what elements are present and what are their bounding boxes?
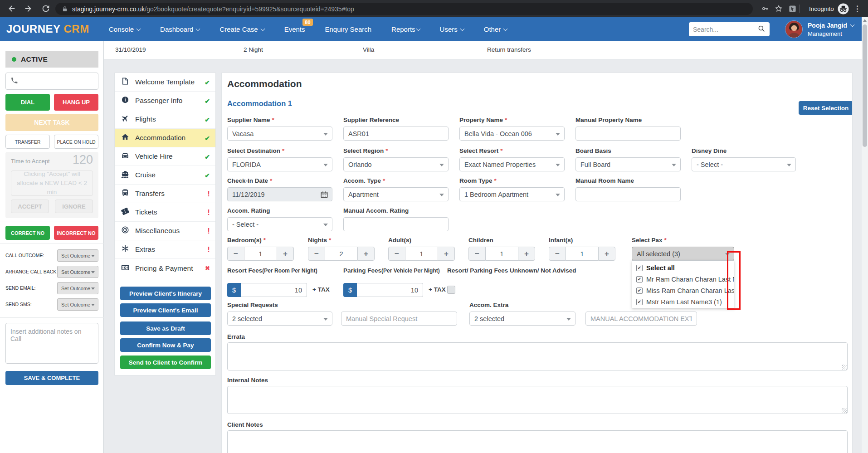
minus-icon[interactable] [308,247,325,261]
menu-console[interactable]: Console [109,25,140,33]
pax-option[interactable]: Mr Ram Charan Charan Last Name [632,273,734,285]
menu-dashboard[interactable]: Dashboard [160,25,200,33]
forward-icon[interactable] [24,4,34,14]
select-pax-select[interactable]: All selected (3) [632,247,734,261]
pax-option[interactable]: Miss Ram Charan Charan Last Nam [632,285,734,296]
user-menu[interactable]: Pooja Jangid [808,22,854,29]
plus-icon[interactable] [438,247,455,261]
pax-option-select-all[interactable]: Select all [632,262,734,273]
call-outcome-select[interactable]: Set Outcome [57,249,98,262]
menu-users[interactable]: Users [440,25,464,33]
url-bar[interactable]: staging.journey-crm.co.uk/go2bookquote/c… [55,3,753,15]
manual-accom-extra-input[interactable] [590,315,692,322]
phone-number-field[interactable] [5,73,98,90]
fees-unknown-checkbox[interactable] [447,286,455,294]
scrollbar-thumb[interactable] [863,24,867,147]
avatar[interactable] [785,20,803,38]
nav-item-extras[interactable]: Extras [115,240,215,259]
resize-grip-icon[interactable] [842,365,847,370]
minus-icon[interactable] [227,247,244,261]
page-scrollbar[interactable] [862,17,868,453]
select-resort-select[interactable]: Exact Named Properties [459,157,565,171]
manual-room-name-input[interactable] [580,191,676,198]
menu-enquiry-search[interactable]: Enquiry Search [325,25,372,33]
minus-icon[interactable] [388,247,405,261]
accom-type-select[interactable]: Apartment [343,187,449,201]
manual-accom-rating-input[interactable] [348,221,444,228]
scroll-up-icon[interactable] [863,19,867,22]
call-notes-textarea[interactable] [5,323,98,364]
check-in-date-input[interactable]: 11/12/2019 [227,187,332,201]
back-icon[interactable] [6,4,16,14]
place-on-hold-button[interactable]: PLACE ON HOLD [54,135,98,149]
supplier-name-select[interactable]: Vacasa [227,127,332,141]
calendar-icon[interactable] [320,190,328,200]
send-sms-select[interactable]: Set Outcome [57,298,98,311]
resize-grip-icon[interactable] [842,408,847,413]
send-to-client-button[interactable]: Send to Client to Confirm [120,356,211,369]
manual-property-name-input[interactable] [580,130,676,137]
save-as-draft-button[interactable]: Save as Draft [120,321,211,335]
plus-icon[interactable] [277,247,294,261]
reset-selection-button[interactable]: Reset Selection [799,101,853,115]
extension-icon[interactable] [788,5,797,13]
browser-menu-icon[interactable]: ⋮ [853,4,861,14]
bookmark-star-icon[interactable] [775,5,783,13]
save-complete-button[interactable]: SAVE & COMPLETE [5,371,98,385]
room-type-select[interactable]: 1 Bedroom Apartment [459,187,565,201]
pax-option[interactable]: Mstr Ram Last Name3 (1) [632,296,734,307]
nav-item-passenger-info[interactable]: Passenger Info [115,92,215,110]
accom-extra-select[interactable]: 2 selected [469,312,575,326]
minus-icon[interactable] [468,247,486,261]
brand-logo[interactable]: JOURNEYCRM [6,23,89,35]
checkbox-checked-icon[interactable] [636,276,643,283]
plus-icon[interactable] [598,247,615,261]
select-region-select[interactable]: Orlando [343,157,449,171]
accept-button[interactable]: ACCEPT [11,200,49,213]
manual-special-request-input[interactable] [346,315,452,322]
board-basis-select[interactable]: Full Board [575,157,681,171]
correct-no-button[interactable]: CORRECT NO [5,226,50,240]
menu-create-case[interactable]: Create Case [219,25,264,33]
checkbox-checked-icon[interactable] [636,299,643,305]
ignore-button[interactable]: IGNORE [55,200,93,213]
select-destination-select[interactable]: FLORIDA [227,157,332,171]
supplier-reference-input[interactable] [348,130,444,137]
disney-dine-select[interactable]: - Select - [692,157,796,171]
menu-reports[interactable]: Reports [391,25,420,33]
send-email-select[interactable]: Set Outcome [57,282,98,294]
minus-icon[interactable] [549,247,566,261]
nav-item-flights[interactable]: Flights [115,110,215,129]
checkbox-checked-icon[interactable] [636,287,643,294]
internal-notes-textarea[interactable] [227,386,848,414]
nav-item-transfers[interactable]: Transfers [115,185,215,203]
incorrect-no-button[interactable]: INCORRECT NO [54,226,98,240]
accom-rating-select[interactable]: - Select - [227,217,332,231]
special-requests-select[interactable]: 2 selected [227,312,332,326]
search-icon[interactable] [757,24,766,34]
hang-up-button[interactable]: HANG UP [54,94,98,111]
plus-icon[interactable] [357,247,375,261]
key-icon[interactable] [761,5,769,13]
resort-fees-input[interactable] [241,283,307,297]
transfer-button[interactable]: TRANSFER [5,135,50,149]
preview-itinerary-button[interactable]: Preview Client's Itinerary [120,287,211,300]
arrange-call-back-select[interactable]: Set Outcome [57,266,98,278]
next-task-button[interactable]: NEXT TASK [5,114,98,131]
nav-item-accommodation[interactable]: Accommodation [115,129,215,147]
menu-other[interactable]: Other [484,25,507,33]
nav-item-vehicle-hire[interactable]: Vehicle Hire [115,147,215,166]
dial-button[interactable]: DIAL [5,94,50,111]
reload-icon[interactable] [41,4,51,14]
plus-icon[interactable] [518,247,535,261]
checkbox-checked-icon[interactable] [636,265,643,271]
nav-item-miscellaneous[interactable]: Miscellaneous [115,222,215,240]
menu-events[interactable]: Events80 [284,25,305,33]
parking-fees-input[interactable] [357,283,423,297]
client-notes-textarea[interactable] [227,430,848,453]
errata-textarea[interactable] [227,342,848,370]
nav-item-cruise[interactable]: Cruise [115,166,215,185]
search-input[interactable] [693,26,752,33]
property-name-select[interactable]: Bella Vida - Ocean 006 [459,127,565,141]
nav-item-pricing-payment[interactable]: Pricing & Payment [115,259,215,278]
